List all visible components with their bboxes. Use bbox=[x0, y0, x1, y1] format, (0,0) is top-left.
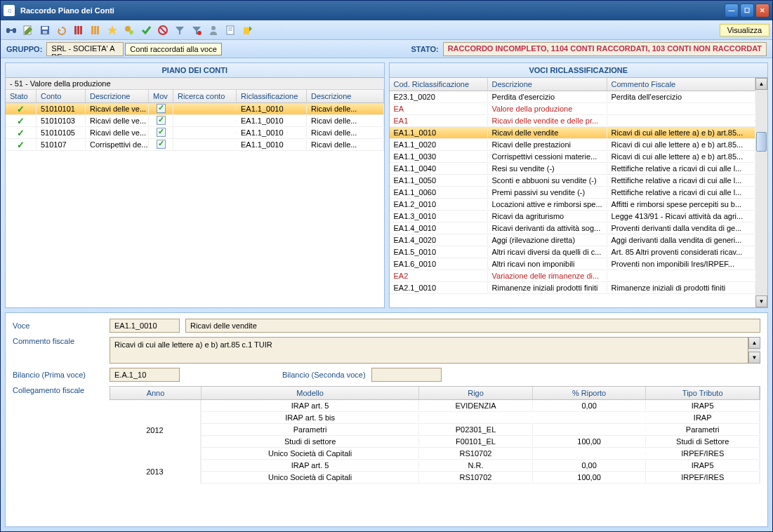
voci-row[interactable]: EA1 Ricavi delle vendite e delle pr... bbox=[390, 115, 756, 127]
minimize-button[interactable]: — bbox=[725, 4, 739, 18]
undo-icon[interactable] bbox=[54, 22, 70, 38]
export-icon[interactable] bbox=[239, 22, 255, 38]
cod-cell: EA2.1_0010 bbox=[390, 283, 488, 293]
col-comm[interactable]: Commento Fiscale bbox=[607, 78, 756, 91]
svg-rect-1 bbox=[13, 28, 16, 33]
mov-checkbox[interactable] bbox=[157, 116, 166, 125]
piano-row[interactable]: ✓ 51010105 Ricavi delle ve... EA1.1_0010… bbox=[6, 127, 384, 139]
commento-scroll-up[interactable]: ▲ bbox=[748, 337, 760, 349]
comm-cell: Rettifiche relative a ricavi di cui alle… bbox=[607, 164, 756, 173]
voci-row[interactable]: EA1.3_0010 Ricavi da agriturismo Legge 4… bbox=[390, 211, 756, 222]
voci-row[interactable]: EA1.1_0060 Premi passivi su vendite (-) … bbox=[390, 187, 756, 199]
close-button[interactable]: ✕ bbox=[755, 4, 769, 18]
col-riporto[interactable]: % Riporto bbox=[533, 387, 647, 399]
scroll-thumb[interactable] bbox=[756, 132, 767, 152]
voci-row[interactable]: EA1.6_0010 Altri ricavi non imponibili P… bbox=[390, 258, 756, 270]
voci-scrollbar[interactable]: ▲ ▼ bbox=[755, 78, 767, 307]
scroll-track[interactable] bbox=[755, 90, 767, 295]
check-icon[interactable] bbox=[138, 22, 154, 38]
piano-row[interactable]: ✓ 51010101 Ricavi delle ve... EA1.1_0010… bbox=[6, 103, 384, 115]
commento-scrollbar[interactable]: ▲ ▼ bbox=[748, 337, 760, 364]
mov-checkbox[interactable] bbox=[157, 104, 166, 113]
cod-cell: EA1.4_0020 bbox=[390, 235, 488, 245]
bilancio2-field[interactable] bbox=[371, 368, 442, 382]
voci-row[interactable]: EA1.1_0030 Corrispettivi cessioni materi… bbox=[390, 151, 756, 163]
voci-row[interactable]: EA1.2_0010 Locazioni attive e rimborsi s… bbox=[390, 199, 756, 211]
gruppo-field[interactable]: SRL - SOCIETA' A RE bbox=[46, 42, 124, 56]
col-tributo[interactable]: Tipo Tributo bbox=[646, 387, 760, 399]
bilancio1-field[interactable] bbox=[110, 368, 180, 382]
commento-label: Commento fiscale bbox=[13, 337, 104, 345]
voci-row[interactable]: EA1.1_0050 Sconti e abbuoni su vendite (… bbox=[390, 175, 756, 187]
link-row[interactable]: IRAP art. 5 EVIDENZIA 0,00 IRAP5 bbox=[201, 400, 760, 412]
comm-cell bbox=[607, 120, 756, 121]
voci-row[interactable]: EA2.1_0010 Rimanenze iniziali prodotti f… bbox=[390, 282, 756, 294]
filter-icon[interactable] bbox=[172, 22, 187, 38]
riporto-cell: 0,00 bbox=[533, 401, 647, 411]
col-cod[interactable]: Cod. Riclassificazione bbox=[390, 78, 488, 91]
visualizza-button[interactable]: Visualizza bbox=[720, 24, 769, 36]
voci-row[interactable]: EA2 Variazione delle rimanenze di... bbox=[390, 270, 756, 282]
user-icon[interactable] bbox=[206, 22, 221, 38]
scroll-up-button[interactable]: ▲ bbox=[755, 78, 767, 90]
col-conto[interactable]: Conto bbox=[37, 90, 86, 102]
comm-cell: Ricavi di cui alle lettere a) e b) art.8… bbox=[607, 152, 756, 161]
voce-descr-field[interactable] bbox=[185, 319, 760, 333]
maximize-button[interactable]: ☐ bbox=[740, 4, 754, 18]
gears-icon[interactable] bbox=[121, 22, 137, 38]
piano-row[interactable]: ✓ 51010103 Ricavi delle ve... EA1.1_0010… bbox=[6, 115, 384, 127]
voci-row[interactable]: EA1.1_0020 Ricavi delle prestazioni Rica… bbox=[390, 139, 756, 151]
cod-cell: EA1.2_0010 bbox=[390, 199, 488, 209]
col-descr2[interactable]: Descrizione bbox=[307, 90, 384, 102]
grid-red-icon[interactable] bbox=[71, 22, 86, 38]
col-riclass[interactable]: Riclassificazione bbox=[237, 90, 307, 102]
voci-row[interactable]: E23.1_0020 Perdita d'esercizio Perdita d… bbox=[390, 91, 756, 103]
col-vdescr[interactable]: Descrizione bbox=[488, 78, 607, 91]
voce-code-field[interactable] bbox=[110, 319, 180, 333]
col-anno[interactable]: Anno bbox=[110, 387, 201, 399]
commento-scroll-down[interactable]: ▼ bbox=[748, 352, 760, 364]
check-icon: ✓ bbox=[17, 140, 25, 150]
svg-rect-22 bbox=[244, 27, 249, 34]
link-row[interactable]: IRAP art. 5 bis IRAP bbox=[201, 412, 760, 424]
comm-cell: Rettifiche relative a ricavi di cui alle… bbox=[607, 175, 756, 185]
link-row[interactable]: IRAP art. 5 N.R. 0,00 IRAP5 bbox=[201, 460, 760, 472]
voci-row[interactable]: EA1.1_0040 Resi su vendite (-) Rettifich… bbox=[390, 163, 756, 175]
app-window: ♫ Raccordo Piano dei Conti — ☐ ✕ Visuali… bbox=[0, 0, 773, 532]
mov-checkbox[interactable] bbox=[157, 140, 166, 149]
commento-scroll-track[interactable] bbox=[748, 349, 760, 352]
edit-icon[interactable] bbox=[20, 22, 36, 38]
binoculars-icon[interactable] bbox=[4, 22, 19, 38]
voci-row[interactable]: EA1.1_0010 Ricavi delle vendite Ricavi d… bbox=[390, 127, 756, 139]
filter-clear-icon[interactable] bbox=[189, 22, 204, 38]
forbidden-icon[interactable] bbox=[155, 22, 171, 38]
svg-line-16 bbox=[160, 27, 166, 33]
commento-field[interactable] bbox=[110, 337, 748, 364]
col-ricerca[interactable]: Ricerca conto bbox=[173, 90, 237, 102]
save-icon[interactable] bbox=[37, 22, 53, 38]
piano-row[interactable]: ✓ 510107 Corrispettivi de... EA1.1_0010 … bbox=[6, 139, 384, 151]
mov-checkbox[interactable] bbox=[157, 128, 166, 137]
col-modello[interactable]: Modello bbox=[201, 387, 419, 399]
grid-orange-icon[interactable] bbox=[88, 22, 103, 38]
document-icon[interactable] bbox=[223, 22, 238, 38]
link-row[interactable]: Parametri P02301_EL Parametri bbox=[201, 424, 760, 436]
cod-cell: EA1.1_0060 bbox=[390, 187, 488, 197]
col-mov[interactable]: Mov bbox=[149, 90, 173, 102]
star-icon[interactable] bbox=[105, 22, 120, 38]
link-row[interactable]: Unico Società di Capitali RS10702 IRPEF/… bbox=[201, 448, 760, 460]
col-descr[interactable]: Descrizione bbox=[86, 90, 149, 102]
voci-row[interactable]: EA Valore della produzione bbox=[390, 103, 756, 115]
voci-row[interactable]: EA1.4_0010 Ricavi derivanti da attività … bbox=[390, 222, 756, 234]
voci-row[interactable]: EA1.4_0020 Aggi (rilevazione diretta) Ag… bbox=[390, 234, 756, 246]
stato-label: STATO: bbox=[411, 45, 439, 53]
anno-cell: 2013 bbox=[110, 460, 201, 484]
link-row[interactable]: Unico Società di Capitali RS10702 100,00… bbox=[201, 472, 760, 484]
tree-node[interactable]: - 51 - Valore della produzione bbox=[6, 78, 384, 90]
link-row[interactable]: Studi di settore F00101_EL 100,00 Studi … bbox=[201, 436, 760, 448]
voci-row[interactable]: EA1.5_0010 Altri ricavi diversi da quell… bbox=[390, 246, 756, 258]
scroll-down-button[interactable]: ▼ bbox=[755, 295, 767, 307]
col-stato[interactable]: Stato bbox=[6, 90, 37, 102]
col-rigo[interactable]: Rigo bbox=[419, 387, 533, 399]
panel-piano: PIANO DEI CONTI - 51 - Valore della prod… bbox=[5, 62, 385, 308]
